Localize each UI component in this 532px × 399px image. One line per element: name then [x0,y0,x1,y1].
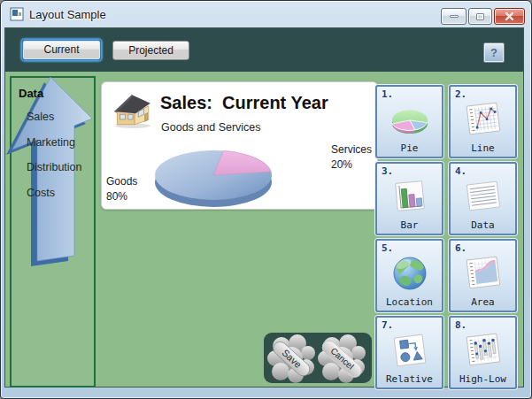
close-icon [505,12,514,21]
projected-tab-button[interactable]: Projected [112,41,189,60]
globe-icon [389,254,430,293]
button-label: Area [451,296,515,308]
chart-type-button-area[interactable]: 6. Area [449,239,517,312]
button-number: 2. [455,88,466,100]
sales-pie-chart [153,145,277,211]
line-chart-icon [463,100,504,139]
window-frame: Layout Sample Current Projected ? [0,0,532,399]
button-number: 5. [382,242,393,254]
sidebar-item-marketing[interactable]: Marketing [27,136,75,149]
button-number: 1. [382,88,393,100]
save-button[interactable]: Save [266,334,316,385]
button-label: Location [377,296,442,308]
button-number: 6. [455,242,466,254]
chart-type-button-line[interactable]: 2. Line [449,85,517,158]
bar-chart-icon [389,177,430,216]
area-chart-icon [463,254,504,293]
window-controls [441,8,525,25]
minimize-icon [450,15,459,18]
app-icon [10,7,24,21]
button-label: Line [451,142,515,154]
chart-type-button-data[interactable]: 4. Data [449,162,517,235]
button-label: Pie [377,142,442,154]
maximize-button[interactable] [468,8,492,25]
card-title: Sales: Current Year [160,93,328,113]
button-label: High-Low [451,373,515,385]
chart-type-button-pie[interactable]: 1. Pie [375,85,443,158]
goods-name: Goods [106,174,137,189]
button-label: Data [451,219,515,231]
sidebar-item-costs[interactable]: Costs [27,187,55,199]
titlebar: Layout Sample [1,1,531,27]
chart-type-button-bar[interactable]: 3. Bar [375,162,443,235]
button-number: 7. [382,319,393,331]
help-button[interactable]: ? [483,42,505,63]
goods-percent: 80% [106,189,137,204]
sidebar-header: Data [19,87,43,100]
up-arrow-graphic [10,76,96,271]
data-sheet-icon [463,177,504,216]
pie-chart-icon [389,100,430,139]
button-label: Bar [377,219,442,231]
sidebar-item-distribution[interactable]: Distribution [27,161,82,173]
sales-card: Sales: Current Year Goods and Services [101,81,378,210]
chart-type-button-relative[interactable]: 7. Relative [375,316,443,389]
maximize-icon [476,13,484,20]
button-label: Relative [377,373,442,385]
goods-slice-label: Goods 80% [106,174,137,204]
toolbar: Current Projected ? [5,28,523,72]
services-slice-label: Services 20% [331,142,372,173]
window-title: Layout Sample [29,8,106,21]
minimize-button[interactable] [441,8,466,25]
services-percent: 20% [331,157,372,173]
button-number: 4. [455,165,466,177]
app-window: Layout Sample Current Projected ? [0,0,532,399]
card-subtitle: Goods and Services [161,121,261,134]
chart-type-button-location[interactable]: 5. Location [375,239,443,312]
close-button[interactable] [494,8,525,25]
client-area: Current Projected ? Data Sales Marketing… [4,27,524,387]
services-name: Services [331,142,372,157]
relative-diagram-icon [389,331,430,370]
current-tab-button[interactable]: Current [22,40,101,60]
chart-type-button-high-low[interactable]: 8. [449,316,517,389]
button-number: 8. [455,319,466,331]
button-number: 3. [382,165,393,177]
cancel-button[interactable]: Cancel [317,334,366,385]
sidebar-item-sales[interactable]: Sales [27,111,54,123]
house-icon [111,89,153,130]
high-low-chart-icon [463,331,504,370]
